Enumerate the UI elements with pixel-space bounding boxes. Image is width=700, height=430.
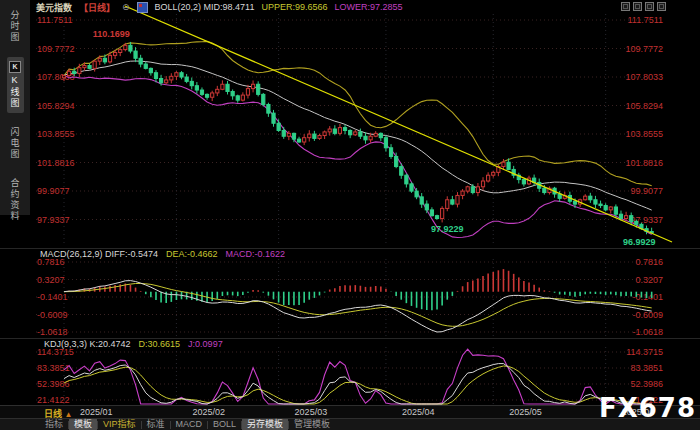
- indicator-icon[interactable]: [137, 2, 148, 13]
- axis-label: 111.7511: [37, 15, 73, 25]
- axis-label: 105.8294: [37, 101, 75, 111]
- sidebar-item-0[interactable]: 分时图: [7, 6, 24, 47]
- symbol-name: 美元指数: [36, 1, 72, 14]
- sidebar-item-label: 闪电图: [9, 127, 22, 160]
- sidebar-item-label: K线图: [9, 75, 22, 109]
- toolbar-item-1[interactable]: 模板: [69, 419, 97, 430]
- macd-macd-label: MACD:-0.1622: [226, 249, 286, 259]
- kdj-k-label: KDJ(9,3,3) K:20.4742: [44, 339, 131, 349]
- kdj-d-label: D:30.6615: [139, 339, 181, 349]
- toolbar-item-6[interactable]: 另存模板: [242, 419, 288, 430]
- chart-canvas[interactable]: 111.7511111.7511109.7772109.7772107.8033…: [0, 0, 700, 430]
- sidebar-item-2[interactable]: 闪电图: [7, 123, 24, 164]
- kdj-header: KDJ(9,3,3) K:20.4742 D:30.6615 J:0.0997: [44, 339, 223, 349]
- macd-diff-label: MACD(26,12,9) DIFF:-0.5474: [40, 249, 158, 259]
- toolbar-item-7[interactable]: 管理模板: [289, 419, 335, 430]
- toolbar-item-0[interactable]: 指标: [40, 419, 68, 430]
- axis-label: 101.8816: [37, 158, 75, 168]
- axis-label: 99.9077: [37, 186, 70, 196]
- axis-label: 101.8816: [625, 158, 663, 168]
- axis-label: 103.8555: [625, 129, 663, 139]
- axis-label: 21.4122: [37, 395, 70, 405]
- period-tag: 【日线】: [79, 1, 115, 14]
- toolbar-item-2[interactable]: VIP指标: [98, 419, 141, 430]
- layout-icon-4[interactable]: [657, 2, 666, 11]
- layout-icon-1[interactable]: [621, 2, 630, 11]
- collapse-icon[interactable]: ⊖: [122, 2, 130, 12]
- axis-label: 0.3207: [635, 275, 663, 285]
- chart-window: 111.7511111.7511109.7772109.7772107.8033…: [0, 0, 700, 430]
- axis-label: 0.7816: [635, 257, 663, 267]
- layout-icon-3[interactable]: [645, 2, 654, 11]
- axis-label: -0.6009: [37, 310, 68, 320]
- kdj-j-label: J:0.0997: [188, 339, 223, 349]
- macd-header: MACD(26,12,9) DIFF:-0.5474 DEA:-0.4662 M…: [40, 249, 285, 259]
- axis-label: -0.6009: [632, 310, 663, 320]
- x-axis-date: 2025/02: [192, 407, 225, 417]
- axis-label: 0.3207: [37, 275, 65, 285]
- boll-mid-label: BOLL(20,2) MID:98.4711: [155, 2, 255, 12]
- high-price-annotation: 110.1699: [93, 29, 130, 39]
- axis-label: 109.7772: [37, 44, 75, 54]
- axis-label: 52.3986: [630, 379, 663, 389]
- boll-lower-label: LOWER:97.2855: [335, 2, 403, 12]
- sidebar-item-label: 合约资料: [9, 178, 22, 222]
- watermark: FX678: [599, 393, 696, 423]
- axis-label: 97.9337: [37, 215, 70, 225]
- axis-label: 103.8555: [37, 129, 75, 139]
- axis-label: 107.8033: [625, 72, 663, 82]
- low-price-annotation: 97.9229: [431, 224, 464, 234]
- axis-label: 111.7511: [627, 15, 663, 25]
- x-axis-date: 2025/01: [80, 407, 113, 417]
- toolbar-item-5[interactable]: BOLL: [208, 419, 241, 430]
- axis-label: -1.0618: [632, 327, 663, 337]
- sidebar-item-1[interactable]: KK线图: [7, 57, 24, 113]
- axis-label: 83.3851: [630, 363, 663, 373]
- macd-dea-label: DEA:-0.4662: [166, 249, 218, 259]
- axis-label: 99.9077: [630, 186, 663, 196]
- low-price-annotation: 96.9929: [623, 237, 656, 247]
- axis-label: -0.1401: [37, 292, 68, 302]
- indicator-toolbar: 指标模板VIP指标标准MACDBOLL另存模板管理模板: [0, 418, 700, 430]
- x-axis-date: 2025/05: [509, 407, 542, 417]
- chart-type-sidebar: 分时图KK线图闪电图合约资料: [0, 0, 30, 215]
- boll-upper-label: UPPER:99.6566: [261, 2, 327, 12]
- axis-label: 105.8294: [625, 101, 663, 111]
- chart-header: 美元指数 【日线】 ⊖ BOLL(20,2) MID:98.4711 UPPER…: [36, 1, 403, 13]
- axis-label: 114.3715: [626, 347, 663, 357]
- toolbar-item-4[interactable]: MACD: [171, 419, 208, 430]
- x-axis-row: 日线 ▲ 2025/012025/022025/032025/042025/05…: [0, 405, 700, 418]
- sidebar-item-3[interactable]: 合约资料: [7, 174, 24, 226]
- x-axis-date: 2025/03: [295, 407, 328, 417]
- window-layout-icons: [621, 2, 666, 11]
- axis-label: -1.0618: [37, 327, 68, 337]
- axis-label: 109.7772: [625, 44, 663, 54]
- toolbar-item-3[interactable]: 标准: [142, 419, 170, 430]
- sidebar-item-label: 分时图: [9, 10, 22, 43]
- x-axis-date: 2025/04: [402, 407, 435, 417]
- axis-label: 83.3851: [37, 363, 70, 373]
- layout-icon-2[interactable]: [633, 2, 642, 11]
- kline-icon: K: [9, 61, 21, 73]
- axis-label: 52.3986: [37, 379, 70, 389]
